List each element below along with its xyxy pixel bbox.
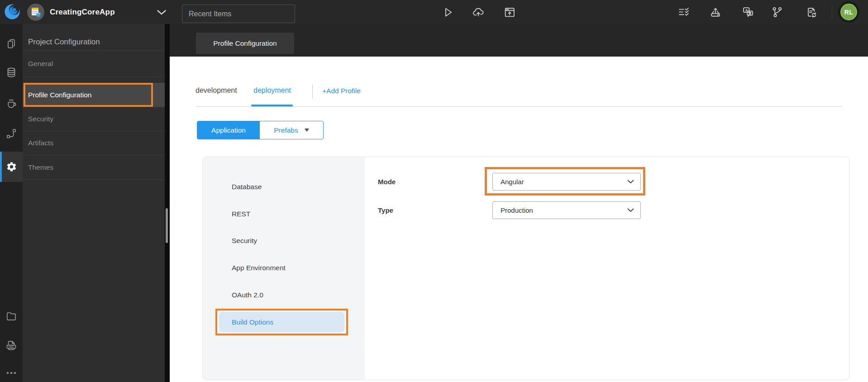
project-icon[interactable] [27,4,44,21]
mode-label: Mode [378,173,396,191]
recent-items-search-input[interactable] [182,5,295,23]
mode-select[interactable]: Angular [492,173,641,191]
tab-separator [312,85,313,98]
wavemaker-studio-screen: CreatingCoreApp A RL [0,0,868,382]
chevron-down-icon [627,208,634,212]
database-icon[interactable] [0,67,23,78]
sidebar-item-general[interactable]: General [23,51,165,77]
run-icon[interactable] [441,6,454,19]
config-nav-security[interactable]: Security [219,230,344,251]
config-nav-app-environment[interactable]: App Environment [219,258,344,278]
java-services-icon[interactable] [0,98,23,110]
profile-tab-deployment[interactable]: deployment [253,86,291,95]
topbar-divider [832,5,832,19]
logs-icon[interactable]: LOG [0,339,23,351]
type-select-value: Production [501,206,627,214]
profile-tab-development[interactable]: development [196,86,237,95]
file-sync-icon[interactable] [805,6,818,19]
file-explorer-icon[interactable] [0,310,23,322]
sidebar-item-themes[interactable]: Themes [23,155,165,180]
type-select[interactable]: Production [492,201,641,219]
apis-icon[interactable] [0,128,23,139]
top-bar: CreatingCoreApp A RL [0,0,868,24]
avatar-initials: RL [840,4,857,20]
wavemaker-logo-icon[interactable] [4,3,21,20]
config-nav-oauth[interactable]: OAuth 2.0 [219,285,344,305]
tab-profile-configuration[interactable]: Profile Configuration [196,33,294,54]
profile-configuration-content: development deployment +Add Profile Appl… [170,57,868,382]
config-nav-build-options[interactable]: Build Options [219,312,344,332]
toggle-prefabs-button[interactable]: Prefabs [260,121,323,139]
tabs-divider [196,106,842,107]
chevron-down-icon [627,180,634,184]
caret-down-icon [305,129,309,132]
chevron-down-icon[interactable] [157,10,167,15]
panel-scrollbar-thumb[interactable] [166,208,168,243]
sidebar-item-profile-configuration[interactable]: Profile Configuration [23,83,165,107]
app-title: CreatingCoreApp [50,0,115,24]
panel-scrollbar-track[interactable] [165,24,170,382]
branch-icon[interactable] [771,6,783,19]
translate-icon[interactable]: A [742,6,754,19]
add-profile-button[interactable]: +Add Profile [322,87,361,95]
checklist-icon[interactable] [677,6,690,19]
sidebar-item-artifacts[interactable]: Artifacts [23,131,165,155]
export-icon[interactable] [709,6,722,19]
svg-text:LOG: LOG [9,345,14,348]
sidebar-item-security[interactable]: Security [23,107,165,131]
preview-window-icon[interactable] [503,6,516,19]
settings-gear-icon[interactable] [0,152,23,182]
user-avatar[interactable]: RL [838,1,859,23]
pages-icon[interactable] [0,38,23,50]
config-nav-database[interactable]: Database [219,177,344,197]
project-configuration-panel: Project Configuration General Profile Co… [23,24,165,382]
cloud-deploy-icon[interactable] [472,6,485,19]
build-options-card: Database REST Security App Environment O… [202,157,849,380]
workspace-tab-bar: Profile Configuration [170,24,868,57]
config-nav-panel: Database REST Security App Environment O… [203,157,365,380]
left-icon-bar: LOG [0,24,23,382]
mode-select-value: Angular [501,178,627,186]
scope-toggle: Application Prefabs [197,121,324,139]
toggle-application-button[interactable]: Application [197,121,260,139]
main-area: Profile Configuration development deploy… [170,24,868,382]
prefabs-label: Prefabs [274,126,298,134]
type-label: Type [378,201,393,219]
more-icon[interactable] [0,367,23,379]
config-nav-rest[interactable]: REST [219,204,344,224]
panel-title: Project Configuration [23,24,165,51]
